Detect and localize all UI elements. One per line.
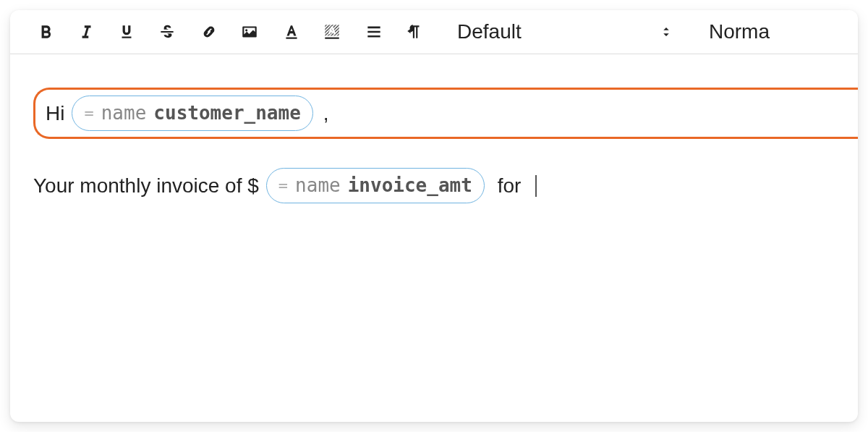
insert-group (198, 21, 260, 43)
equals-icon: = (278, 174, 288, 198)
chip-value: customer_name (153, 99, 301, 127)
svg-rect-1 (325, 38, 339, 39)
align-button[interactable] (363, 21, 385, 43)
chip-value: invoice_amt (348, 171, 472, 200)
paragraph-group (363, 21, 425, 43)
text-color-icon (282, 22, 301, 41)
equals-icon: = (84, 101, 93, 125)
paragraph-icon (405, 22, 424, 41)
font-family-value: Default (457, 20, 522, 43)
image-button[interactable] (239, 21, 260, 43)
chip-keyword: name (101, 99, 147, 127)
align-icon (365, 22, 383, 41)
text-segment: , (323, 98, 329, 129)
link-button[interactable] (198, 21, 220, 43)
select-arrows-icon (660, 20, 673, 43)
underline-icon (117, 22, 136, 41)
strikethrough-icon (158, 22, 176, 41)
strikethrough-button[interactable] (156, 21, 178, 43)
text-direction-button[interactable] (404, 21, 425, 43)
text-cursor (535, 175, 537, 197)
italic-icon (77, 22, 95, 41)
highlight-icon (323, 22, 341, 41)
underline-button[interactable] (116, 21, 137, 43)
editor-body[interactable]: Hi = name customer_name , Your monthly i… (10, 54, 858, 266)
editor-line-2[interactable]: Your monthly invoice of $ = name invoice… (33, 168, 835, 203)
text-color-button[interactable] (281, 21, 302, 43)
text-segment: for (492, 171, 527, 201)
highlight-color-button[interactable] (321, 21, 343, 43)
bold-button[interactable] (35, 21, 56, 43)
text-segment: Hi (46, 98, 64, 129)
italic-button[interactable] (75, 21, 97, 43)
image-icon (240, 22, 259, 41)
variable-chip-invoice-amt[interactable]: = name invoice_amt (266, 168, 485, 203)
variable-chip-customer-name[interactable]: = name customer_name (72, 96, 312, 131)
text-segment: Your monthly invoice of $ (33, 171, 259, 201)
color-group (281, 21, 343, 43)
link-icon (200, 22, 218, 41)
font-family-select[interactable]: Default (453, 20, 677, 43)
font-size-select[interactable]: Norma (709, 20, 770, 43)
formatting-toolbar: Default Norma (10, 10, 858, 54)
editor-line-1[interactable]: Hi = name customer_name , (33, 88, 858, 139)
editor-panel: Default Norma Hi = name customer_name , … (10, 10, 858, 422)
text-style-group (35, 21, 178, 43)
chip-keyword: name (295, 171, 341, 200)
bold-icon (36, 22, 55, 41)
font-size-value: Norma (709, 20, 770, 43)
